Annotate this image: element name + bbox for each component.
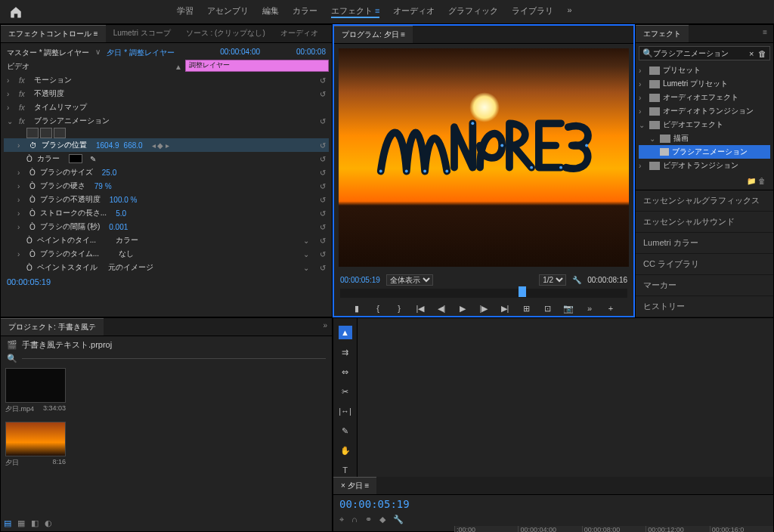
type-tool-icon[interactable]: T xyxy=(339,463,352,477)
overwrite-icon[interactable]: ⊡ xyxy=(540,302,554,314)
tree-draw[interactable]: 描画 xyxy=(673,133,689,144)
tab-source[interactable]: ソース : (クリップなし) xyxy=(178,25,273,42)
track-select-tool-icon[interactable]: ⇉ xyxy=(339,345,352,359)
prop-color[interactable]: カラー xyxy=(37,153,60,164)
reset-icon[interactable]: ↺ xyxy=(320,90,326,98)
prop-brush-position[interactable]: ブラシの位置 xyxy=(42,140,87,150)
workspace-tab[interactable]: アセンブリ xyxy=(207,5,249,18)
timeline-timecode[interactable]: 00:00:05:19 xyxy=(339,498,410,510)
mark-out-icon[interactable]: } xyxy=(392,302,406,314)
program-scrubber[interactable] xyxy=(519,286,526,297)
tree-audiofx[interactable]: オーディオエフェクト xyxy=(663,92,738,103)
timeline-ruler[interactable]: :00:0000:00:04:0000:00:08:0000:00:12:000… xyxy=(454,526,773,532)
workspace-tab[interactable]: エフェクト ≡ xyxy=(331,5,379,18)
reset-icon[interactable]: ↺ xyxy=(320,76,326,85)
panel-essential-sound[interactable]: エッセンシャルサウンド xyxy=(636,212,773,233)
clip-link[interactable]: 夕日 * 調整レイヤー xyxy=(107,48,174,58)
mask-rect-icon[interactable] xyxy=(40,128,52,138)
project-item[interactable]: 夕日8:16 xyxy=(5,422,66,468)
play-icon[interactable]: ▶ xyxy=(456,302,469,314)
delete-icon[interactable]: 🗑 xyxy=(758,177,766,185)
icon-view-icon[interactable]: ▦ xyxy=(17,518,25,528)
prop-stroke-length[interactable]: ストロークの長さ... xyxy=(40,208,107,218)
brush-time-val[interactable]: なし xyxy=(119,249,134,259)
reset-icon[interactable]: ↺ xyxy=(320,264,326,272)
prop-brush-interval[interactable]: ブラシの間隔 (秒) xyxy=(40,221,100,232)
tab-program[interactable]: プログラム: 夕日 ≡ xyxy=(334,26,413,43)
tree-lumetri[interactable]: Lumetri プリセット xyxy=(663,79,728,89)
reset-icon[interactable]: ↺ xyxy=(320,182,326,190)
settings-icon[interactable]: 🔧 xyxy=(393,515,404,524)
prop-paint-time[interactable]: ペイントのタイ... xyxy=(37,235,96,246)
project-item[interactable]: 夕日.mp43:34:03 xyxy=(5,368,66,414)
tab-audio[interactable]: オーディオ xyxy=(273,25,326,42)
slip-tool-icon[interactable]: |↔| xyxy=(339,404,352,418)
fx-brushanim[interactable]: ブラシアニメーション xyxy=(34,116,110,126)
reset-icon[interactable]: ↺ xyxy=(320,250,326,258)
program-preview[interactable] xyxy=(339,48,629,267)
panel-menu-icon[interactable]: ≡ xyxy=(757,25,773,42)
panel-cc-libraries[interactable]: CC ライブラリ xyxy=(636,254,773,275)
export-frame-icon[interactable]: 📷 xyxy=(562,302,575,314)
reset-icon[interactable]: ↺ xyxy=(320,237,326,245)
step-fwd-icon[interactable]: |▶ xyxy=(477,302,491,314)
effects-search-input[interactable] xyxy=(653,49,749,57)
tree-audiotr[interactable]: オーディオトランジション xyxy=(663,106,754,116)
workspace-overflow[interactable]: » xyxy=(567,5,571,18)
insert-icon[interactable]: ⊞ xyxy=(519,302,533,314)
marker-icon[interactable]: ◆ xyxy=(379,515,385,524)
prop-paint-style[interactable]: ペイントスタイル xyxy=(37,262,98,273)
selection-tool-icon[interactable]: ▲ xyxy=(339,326,352,339)
overflow-icon[interactable]: » xyxy=(318,318,332,336)
fx-timeremap[interactable]: タイムリマップ xyxy=(34,102,87,113)
clear-search-icon[interactable]: × xyxy=(749,49,754,58)
reset-icon[interactable]: ↺ xyxy=(320,155,326,163)
linked-selection-icon[interactable]: ⚭ xyxy=(365,515,372,524)
new-bin-icon[interactable]: 🗑 xyxy=(758,49,766,58)
workspace-tab[interactable]: オーディオ xyxy=(393,5,435,18)
tab-effects[interactable]: エフェクト xyxy=(636,25,689,42)
brush-size-val[interactable]: 25.0 xyxy=(102,169,116,177)
fx-motion[interactable]: モーション xyxy=(34,75,72,85)
brush-pos-x[interactable]: 1604.9 xyxy=(96,141,119,150)
brush-hard-val[interactable]: 79 % xyxy=(94,182,112,190)
settings-icon[interactable]: 🔧 xyxy=(572,276,581,284)
pen-tool-icon[interactable]: ✎ xyxy=(339,424,352,438)
tab-project[interactable]: プロジェクト: 手書き風テ xyxy=(1,318,104,336)
go-in-icon[interactable]: |◀ xyxy=(413,302,427,314)
add-button-icon[interactable]: + xyxy=(604,302,618,314)
paint-style-val[interactable]: 元のイメージ xyxy=(108,262,153,273)
reset-icon[interactable]: ↺ xyxy=(320,141,326,150)
effect-brush-anim[interactable]: ブラシアニメーション xyxy=(672,147,748,157)
resolution-dropdown[interactable]: 1/2 xyxy=(539,274,566,286)
eyedropper-icon[interactable]: ✎ xyxy=(90,155,96,163)
panel-essential-graphics[interactable]: エッセンシャルグラフィックス xyxy=(636,190,773,212)
list-view-icon[interactable]: ▤ xyxy=(4,518,11,528)
paint-time-val[interactable]: カラー xyxy=(116,235,138,246)
ripple-tool-icon[interactable]: ⇔ xyxy=(339,365,352,379)
prop-brush-hardness[interactable]: ブラシの硬さ xyxy=(40,181,85,191)
stopwatch-icon[interactable]: ⏱ xyxy=(29,141,37,150)
go-out-icon[interactable]: ▶| xyxy=(498,302,512,314)
stroke-len-val[interactable]: 5.0 xyxy=(116,209,126,218)
home-icon[interactable] xyxy=(9,5,23,19)
tree-videotr[interactable]: ビデオトランジション xyxy=(663,160,738,171)
brush-opac-val[interactable]: 100.0 % xyxy=(110,196,138,204)
prop-brush-time[interactable]: ブラシのタイム... xyxy=(40,249,99,259)
reset-icon[interactable]: ↺ xyxy=(320,196,326,204)
stopwatch-icon[interactable]: Ò xyxy=(26,155,33,163)
panel-markers[interactable]: マーカー xyxy=(636,275,773,296)
reset-icon[interactable]: ↺ xyxy=(320,223,326,231)
step-back-icon[interactable]: ◀| xyxy=(435,302,448,314)
magnet-icon[interactable]: ∩ xyxy=(351,515,358,524)
prop-brush-opacity[interactable]: ブラシの不透明度 xyxy=(40,194,101,205)
sort-icon[interactable]: ◐ xyxy=(45,518,52,528)
freeform-view-icon[interactable]: ◧ xyxy=(31,518,39,528)
workspace-tab[interactable]: 編集 xyxy=(262,5,279,18)
workspace-tab[interactable]: ライブラリ xyxy=(512,5,553,18)
ec-timeline-clip[interactable]: 調整レイヤー xyxy=(185,60,329,72)
tree-presets[interactable]: プリセット xyxy=(663,65,701,76)
tree-videofx[interactable]: ビデオエフェクト xyxy=(663,119,723,130)
reset-icon[interactable]: ↺ xyxy=(320,209,326,218)
fit-dropdown[interactable]: 全体表示 xyxy=(386,274,433,286)
